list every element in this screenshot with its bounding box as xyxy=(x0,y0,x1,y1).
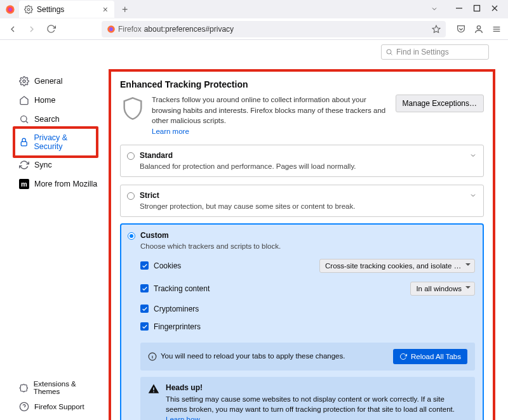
option-title: Standard xyxy=(140,151,476,160)
sidebar-label: Firefox Support xyxy=(34,403,84,410)
sync-icon xyxy=(19,160,29,170)
sidebar-label: More from Mozilla xyxy=(34,180,97,188)
sidebar-label: Search xyxy=(34,115,60,124)
option-title: Custom xyxy=(140,231,475,240)
svg-line-17 xyxy=(26,121,28,123)
search-icon xyxy=(385,48,393,56)
search-icon xyxy=(19,114,29,124)
url-toolbar: Firefox about:preferences#privacy xyxy=(0,18,508,40)
option-subtitle: Stronger protection, but may cause some … xyxy=(140,202,476,210)
close-window-button[interactable] xyxy=(490,4,499,13)
svg-point-15 xyxy=(23,80,25,82)
option-custom[interactable]: Custom Choose which trackers and scripts… xyxy=(120,223,484,420)
checkbox-label: Tracking content xyxy=(154,284,210,293)
row-cryptominers: Cryptominers xyxy=(140,305,475,313)
sidebar-label: Home xyxy=(34,96,55,105)
sidebar-bottom: Extensions & Themes Firefox Support xyxy=(0,377,98,415)
url-path: about:preferences#privacy xyxy=(144,25,432,34)
find-placeholder: Find in Settings xyxy=(396,48,449,56)
gear-icon xyxy=(24,5,33,14)
row-cookies: Cookies Cross-site tracking cookies, and… xyxy=(140,259,475,273)
heads-up-warning: Heads up! This setting may cause some we… xyxy=(140,377,475,420)
app-menu-icon[interactable] xyxy=(491,24,502,34)
svg-point-16 xyxy=(21,116,27,122)
option-subtitle: Balanced for protection and performance.… xyxy=(140,162,476,170)
sidebar-item-more-mozilla[interactable]: m More from Mozilla xyxy=(0,174,98,194)
settings-content: Find in Settings Enhanced Tracking Prote… xyxy=(98,40,508,420)
checkbox-tracking[interactable] xyxy=(140,284,149,292)
sidebar-label: Sync xyxy=(34,161,52,169)
minimize-button[interactable] xyxy=(455,4,464,13)
radio-strict[interactable] xyxy=(127,192,135,200)
sidebar-item-support[interactable]: Firefox Support xyxy=(0,398,98,415)
sidebar-item-sync[interactable]: Sync xyxy=(0,155,98,174)
browser-tab[interactable]: Settings × xyxy=(19,1,114,18)
reload-notice: You will need to reload your tabs to app… xyxy=(140,343,475,371)
address-bar[interactable]: Firefox about:preferences#privacy xyxy=(102,21,446,37)
info-icon xyxy=(148,352,157,361)
manage-exceptions-button[interactable]: Manage Exceptions… xyxy=(396,95,484,112)
toolbar-right xyxy=(456,24,502,34)
puzzle-icon xyxy=(19,383,29,393)
svg-rect-18 xyxy=(21,141,27,145)
tabs-dropdown-icon[interactable] xyxy=(431,5,438,13)
home-icon xyxy=(19,95,29,105)
option-standard[interactable]: Standard Balanced for protection and per… xyxy=(120,145,484,177)
new-tab-button[interactable]: + xyxy=(118,4,131,15)
sidebar-label: Privacy & Security xyxy=(34,133,96,151)
svg-line-22 xyxy=(391,53,392,55)
sidebar-item-extensions[interactable]: Extensions & Themes xyxy=(0,377,98,398)
url-prefix: Firefox xyxy=(118,25,142,34)
warning-text: This setting may cause some websites to … xyxy=(166,394,467,420)
forward-button[interactable] xyxy=(25,23,38,36)
radio-standard[interactable] xyxy=(127,152,135,160)
mozilla-icon: m xyxy=(19,179,29,189)
sidebar-item-general[interactable]: General xyxy=(0,72,98,91)
svg-rect-27 xyxy=(153,391,154,392)
etp-heading: Enhanced Tracking Protection xyxy=(120,79,484,89)
chevron-down-icon[interactable] xyxy=(469,152,477,159)
option-subtitle: Choose which trackers and scripts to blo… xyxy=(140,242,475,250)
svg-point-2 xyxy=(9,8,11,11)
learn-how-link[interactable]: Learn how xyxy=(166,416,200,420)
page-body: General Home Search Privacy & Security S… xyxy=(0,40,508,420)
checkbox-cryptominers[interactable] xyxy=(140,305,149,313)
account-icon[interactable] xyxy=(474,24,484,34)
svg-rect-5 xyxy=(474,6,480,11)
back-button[interactable] xyxy=(6,23,19,36)
maximize-button[interactable] xyxy=(472,4,481,13)
sidebar-item-home[interactable]: Home xyxy=(0,91,98,110)
sidebar-item-privacy[interactable]: Privacy & Security xyxy=(13,126,98,158)
tab-close-icon[interactable]: × xyxy=(102,4,109,15)
svg-point-21 xyxy=(387,49,391,54)
row-tracking-content: Tracking content In all windows xyxy=(140,282,475,296)
checkbox-label: Cookies xyxy=(154,261,181,270)
checkbox-cookies[interactable] xyxy=(140,261,149,270)
reload-button[interactable] xyxy=(44,23,57,36)
option-title: Strict xyxy=(140,191,476,200)
row-fingerprinters: Fingerprinters xyxy=(140,322,475,331)
learn-more-link[interactable]: Learn more xyxy=(152,128,189,135)
gear-icon xyxy=(19,76,29,86)
warning-title: Heads up! xyxy=(166,383,467,392)
etp-description: Trackers follow you around online to col… xyxy=(152,95,389,137)
radio-custom[interactable] xyxy=(128,232,135,240)
cookies-dropdown[interactable]: Cross-site tracking cookies, and isolate… xyxy=(319,259,475,273)
sidebar-label: General xyxy=(34,77,62,86)
window-controls xyxy=(455,0,508,13)
reload-icon xyxy=(399,353,407,360)
help-icon xyxy=(19,402,29,412)
checkbox-fingerprinters[interactable] xyxy=(140,322,149,331)
checkbox-label: Fingerprinters xyxy=(154,322,201,331)
svg-point-3 xyxy=(27,8,30,11)
tracking-dropdown[interactable]: In all windows xyxy=(410,282,475,296)
save-pocket-icon[interactable] xyxy=(456,24,466,34)
firefox-icon xyxy=(107,25,116,34)
bookmark-star-icon[interactable] xyxy=(432,25,441,34)
settings-sidebar: General Home Search Privacy & Security S… xyxy=(0,40,98,420)
option-strict[interactable]: Strict Stronger protection, but may caus… xyxy=(120,185,484,217)
reload-all-tabs-button[interactable]: Reload All Tabs xyxy=(393,349,467,364)
find-in-settings-input[interactable]: Find in Settings xyxy=(381,44,489,60)
lock-icon xyxy=(19,137,29,147)
chevron-down-icon[interactable] xyxy=(469,192,477,199)
